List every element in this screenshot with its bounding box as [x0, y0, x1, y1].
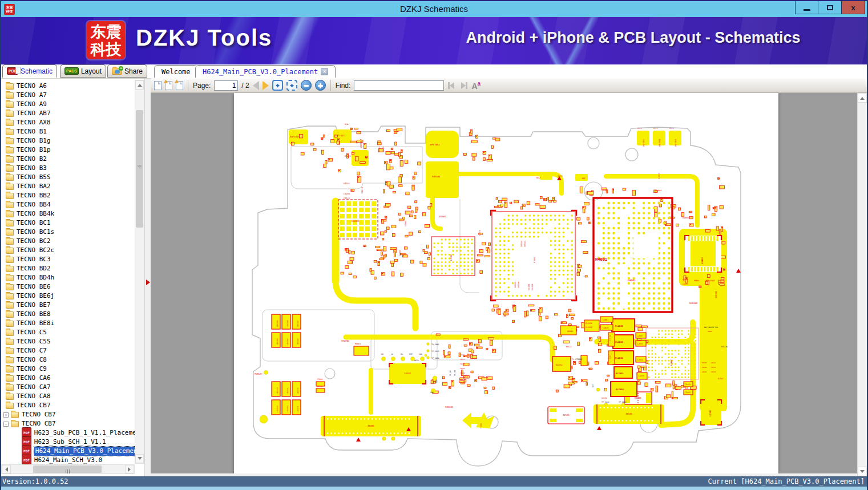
- tab-label: Layout: [81, 67, 102, 75]
- find-next-icon[interactable]: [459, 82, 468, 89]
- fit-page-button[interactable]: [286, 80, 297, 91]
- folder-icon: [6, 293, 14, 299]
- tree-item[interactable]: TECNO B2: [1, 155, 135, 164]
- svg-text:U1001: U1001: [534, 257, 536, 263]
- svg-text:T6195: T6195: [460, 376, 465, 379]
- maximize-button[interactable]: [818, 1, 842, 14]
- tree-item[interactable]: TECNO CA8: [1, 392, 135, 401]
- single-page-icon[interactable]: [154, 81, 162, 90]
- tree-item[interactable]: TECNO B1p: [1, 145, 135, 155]
- scroll-left-button[interactable]: [2, 465, 11, 473]
- tree-item[interactable]: TECNO BE7: [1, 301, 135, 310]
- tree-item[interactable]: TECNO BC1s: [1, 228, 135, 237]
- close-tab-icon[interactable]: x: [321, 68, 328, 75]
- tree-item-label: TECNO BE8i: [17, 319, 54, 328]
- tree-item[interactable]: TECNO BE6j: [1, 291, 135, 301]
- document-vertical-scrollbar[interactable]: [857, 93, 867, 476]
- model-tree-sidebar: TECNO A6TECNO A7TECNO A9TECNO AB7TECNO A…: [1, 78, 151, 476]
- scrollbar-thumb[interactable]: [33, 465, 102, 473]
- tree-item[interactable]: TECNO C8: [1, 355, 135, 365]
- tree-item[interactable]: PDFH624_Main_SCH_V3.0: [1, 456, 135, 465]
- zoom-out-button[interactable]: [301, 80, 312, 91]
- tree-item[interactable]: TECNO BD2: [1, 264, 135, 273]
- tree-item[interactable]: TECNO BB4: [1, 200, 135, 209]
- scroll-up-button[interactable]: [858, 93, 867, 103]
- svg-text:H3002: H3002: [439, 215, 447, 218]
- svg-text:C4006: C4006: [601, 189, 607, 192]
- zoom-in-button[interactable]: [315, 80, 326, 91]
- tree-item[interactable]: TECNO BB2: [1, 191, 135, 200]
- scroll-down-button[interactable]: [135, 454, 144, 463]
- svg-text:C1070: C1070: [479, 230, 481, 236]
- tree-item[interactable]: TECNO A9: [1, 100, 135, 109]
- scrollbar-thumb[interactable]: [136, 110, 143, 228]
- tab-layout[interactable]: PADS Layout: [60, 64, 106, 78]
- sidebar-horizontal-scrollbar[interactable]: [1, 464, 135, 474]
- tree-item[interactable]: TECNO BC2: [1, 237, 135, 246]
- tree-item[interactable]: TECNO BA2: [1, 182, 135, 191]
- fit-width-button[interactable]: [272, 80, 283, 91]
- tree-item[interactable]: TECNO B1: [1, 127, 135, 136]
- previous-page-button[interactable]: [253, 81, 259, 90]
- tree-item[interactable]: TECNO C9: [1, 365, 135, 374]
- scroll-up-button[interactable]: [135, 80, 144, 90]
- svg-text:H1.4: H1.4: [637, 127, 642, 129]
- tree-item[interactable]: TECNO B3: [1, 164, 135, 173]
- svg-text:ANT5003: ANT5003: [675, 139, 677, 147]
- tree-item[interactable]: TECNO A7: [1, 91, 135, 100]
- svg-text:SH2004: SH2004: [445, 406, 454, 408]
- pdf-page[interactable]: J6401J6101J2101J6102D6401X2301ANT3415ANT…: [234, 93, 778, 476]
- tree-item[interactable]: PDFH623_Sub_PCB_1_V1.1_Placement: [1, 428, 135, 438]
- tree-item[interactable]: TECNO BE6: [1, 282, 135, 291]
- minimize-button[interactable]: [795, 1, 818, 14]
- tree-item[interactable]: TECNO C5S: [1, 337, 135, 346]
- next-page-button[interactable]: [263, 81, 269, 90]
- tree-item[interactable]: TECNO BC2c: [1, 246, 135, 255]
- continuous-pages-icon[interactable]: [176, 81, 183, 90]
- tree-item[interactable]: TECNO BD4h: [1, 273, 135, 282]
- tree-item-label: TECNO BA2: [17, 182, 51, 191]
- tree-item[interactable]: PDFH623_Sub_SCH_1_V1.1: [1, 438, 135, 447]
- close-button[interactable]: x: [842, 1, 865, 14]
- tab-schematic[interactable]: PDF Schematic: [2, 64, 57, 78]
- find-input[interactable]: [354, 80, 444, 91]
- scroll-right-button[interactable]: [125, 465, 134, 473]
- tree-item[interactable]: TECNO BE8i: [1, 319, 135, 328]
- tree-item[interactable]: TECNO C7: [1, 346, 135, 355]
- tree-item[interactable]: TECNO A6: [1, 82, 135, 91]
- tree-item[interactable]: TECNO B1g: [1, 136, 135, 145]
- tree-item[interactable]: TECNO BC3: [1, 255, 135, 264]
- tree-item[interactable]: TECNO BE8: [1, 310, 135, 319]
- folder-icon: [6, 211, 14, 217]
- svg-text:X2301: X2301: [709, 410, 712, 417]
- svg-text:SH1001: SH1001: [524, 240, 526, 247]
- svg-text:C6101: C6101: [460, 354, 465, 356]
- brand-banner: 东震科技 DZKJ Tools Android + iPhone & PCB L…: [1, 17, 867, 64]
- find-previous-icon[interactable]: [447, 82, 456, 89]
- tree-item[interactable]: TECNO BC1: [1, 218, 135, 228]
- sidebar-vertical-scrollbar[interactable]: [135, 80, 144, 464]
- tree-item[interactable]: TECNO BB4k: [1, 209, 135, 218]
- svg-text:SH2001: SH2001: [432, 175, 441, 178]
- tree-item[interactable]: +TECNO CB7: [1, 410, 135, 419]
- tree-item[interactable]: TECNO C5: [1, 328, 135, 337]
- facing-pages-icon[interactable]: [165, 81, 172, 90]
- page-number-input[interactable]: [214, 80, 238, 91]
- tree-item[interactable]: TECNO AB7: [1, 109, 135, 118]
- tree-item[interactable]: TECNO B5S: [1, 173, 135, 182]
- tree-item[interactable]: TECNO CA7: [1, 383, 135, 392]
- tree-item[interactable]: TECNO CB7: [1, 401, 135, 410]
- tree-item[interactable]: -TECNO CB7: [1, 419, 135, 428]
- tab-welcome[interactable]: Welcome: [154, 65, 198, 78]
- tab-document-active[interactable]: H624_Main_PCB_V3.0_Placement x: [195, 65, 336, 78]
- tree-item[interactable]: TECNO CA6: [1, 374, 135, 383]
- tree-item[interactable]: TECNO AX8: [1, 118, 135, 127]
- tab-share[interactable]: + Share: [107, 64, 147, 78]
- sidebar-splitter[interactable]: [144, 79, 151, 476]
- scroll-down-button[interactable]: [858, 467, 867, 476]
- match-case-icon[interactable]: Aa: [471, 80, 481, 91]
- folder-icon: [6, 257, 14, 263]
- tree-item[interactable]: PDFH624_Main_PCB_V3.0_Placement: [1, 447, 135, 456]
- svg-text:HL4: HL4: [345, 123, 349, 125]
- folder-icon: [6, 357, 14, 363]
